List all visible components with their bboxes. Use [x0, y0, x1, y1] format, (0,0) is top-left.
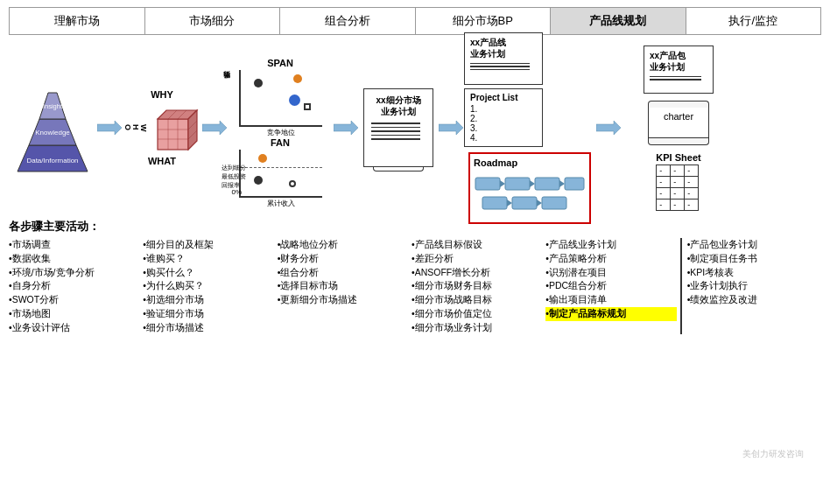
svg-rect-7 — [158, 119, 188, 150]
activity-item: •战略地位分析 — [278, 238, 408, 252]
activity-item: •产品包业务计划 — [687, 238, 818, 252]
activity-item: •购买什么？ — [143, 266, 273, 280]
activity-item: •制定项目任务书 — [687, 252, 818, 266]
activity-item: •初选细分市场 — [143, 293, 273, 307]
activity-col-5: •产品线业务计划 •产品策略分析 •识别潜在项目 •PDC组合分析 •输出项目清… — [545, 238, 679, 334]
svg-rect-23 — [505, 178, 530, 190]
activity-item: •细分市场价值定位 — [411, 307, 542, 321]
what-label: WHAT — [148, 156, 176, 166]
activity-item: •SWOT分析 — [9, 293, 139, 307]
roadmap-title: Roadmap — [474, 158, 586, 168]
product-line-plan-doc: xx产品线业务计划 — [470, 37, 537, 60]
svg-rect-28 — [482, 197, 507, 209]
activity-item: •市场地图 — [9, 307, 139, 321]
activity-item: •PDC组合分析 — [545, 279, 676, 293]
activity-col-6: •产品包业务计划 •制定项目任务书 •KPI考核表 •业务计划执行 •绩效监控及… — [680, 238, 821, 334]
charter-doc: charter — [648, 101, 709, 145]
activity-item: •市场调查 — [9, 238, 139, 252]
top-nav: 理解市场 市场细分 组合分析 细分市场BP 产品线规划 执行/监控 — [9, 7, 821, 35]
svg-text:Knowledge: Knowledge — [35, 129, 70, 136]
activity-item: •财务分析 — [278, 252, 408, 266]
activity-item: •组合分析 — [278, 266, 408, 280]
activity-item: •细分市场战略目标 — [411, 293, 542, 307]
activity-col-2: •细分目的及框架 •谁购买？ •购买什么？ •为什么购买？ •初选细分市场 •验… — [143, 238, 277, 334]
activities-section: 各步骤主要活动： •市场调查 •数据收集 •环境/市场/竞争分析 •自身分析 •… — [9, 219, 821, 334]
activity-col-1: •市场调查 •数据收集 •环境/市场/竞争分析 •自身分析 •SWOT分析 •市… — [9, 238, 143, 334]
activity-item: •ANSOFF增长分析 — [411, 266, 542, 280]
svg-rect-27 — [565, 178, 584, 190]
cube-svg — [149, 102, 201, 154]
arrow-4 — [438, 120, 464, 136]
charter-label: charter — [648, 108, 709, 138]
exec-col: xx产品包业务计划 charter KPI Sheet - - — [622, 40, 735, 215]
nav-item-segment-bp[interactable]: 细分市场BP — [416, 8, 552, 34]
diagram-area: Data/Information Knowledge Insight WHY W… — [9, 40, 821, 215]
project-list-title: Project List — [470, 93, 537, 102]
activity-item: •细分市场财务目标 — [411, 279, 542, 293]
activities-title: 各步骤主要活动： — [9, 219, 821, 234]
svg-text:Data/Information: Data/Information — [26, 157, 78, 164]
activity-item: •输出项目清单 — [545, 293, 676, 307]
activity-item: •差距分析 — [411, 252, 542, 266]
svg-marker-24 — [530, 180, 535, 187]
activity-item: •环境/市场/竞争分析 — [9, 266, 139, 280]
svg-rect-21 — [475, 178, 500, 190]
svg-marker-31 — [537, 200, 542, 206]
svg-rect-30 — [512, 197, 537, 209]
roadmap-box: Roadmap — [468, 152, 591, 224]
nav-item-execute[interactable]: 执行/监控 — [686, 8, 821, 34]
cube-col: WHY WHO — [123, 40, 201, 215]
why-label: WHY — [151, 89, 173, 100]
watermark: 美创力研发咨询 — [742, 448, 804, 460]
activity-item: •数据收集 — [9, 252, 139, 266]
svg-text:Insight: Insight — [43, 102, 63, 110]
svg-marker-19 — [334, 121, 358, 135]
activity-item: •细分目的及框架 — [143, 238, 273, 252]
span-label: SPAN — [239, 58, 322, 68]
activity-item: •绩效监控及改进 — [687, 293, 818, 307]
activity-item: •验证细分市场 — [143, 307, 273, 321]
arrow-1 — [96, 120, 123, 136]
svg-rect-25 — [535, 178, 559, 190]
kpi-sheet: KPI Sheet - - - - - - - - - — [656, 152, 700, 211]
svg-marker-22 — [500, 180, 505, 187]
activity-item: •业务设计评估 — [9, 321, 139, 335]
main-container: 理解市场 市场细分 组合分析 细分市场BP 产品线规划 执行/监控 Data/I… — [0, 7, 830, 334]
svg-marker-20 — [439, 121, 463, 135]
activity-col-4: •产品线目标假设 •差距分析 •ANSOFF增长分析 •细分市场财务目标 •细分… — [411, 238, 545, 334]
activity-item: •细分市场业务计划 — [411, 321, 542, 335]
threshold-label: 达到细分最低投资回报率 — [222, 164, 246, 190]
svg-marker-29 — [507, 200, 512, 206]
nav-item-understand-market[interactable]: 理解市场 — [10, 8, 145, 34]
arrow-2 — [201, 120, 228, 136]
activity-item: •选择目标市场 — [278, 279, 408, 293]
activity-item: •制定产品路标规划 — [545, 307, 676, 321]
product-pkg-plan-doc: xx产品包业务计划 — [650, 50, 707, 73]
svg-marker-18 — [202, 121, 227, 135]
activity-item: •识别潜在项目 — [545, 266, 676, 280]
product-plan-col: xx产品线业务计划 Project List 1. 2. 3. 4. — [464, 40, 595, 215]
segment-bp-doc: xx细分市场业务计划 — [371, 94, 426, 117]
chart-col: 市场吸引力 SPAN 竞争地位 FAN — [228, 40, 333, 215]
fan-label: FAN — [239, 137, 322, 148]
svg-marker-26 — [559, 180, 565, 187]
activity-item: •自身分析 — [9, 279, 139, 293]
arrow-5 — [595, 120, 622, 136]
activity-item: •细分市场描述 — [143, 321, 273, 335]
activity-item: •产品线业务计划 — [545, 238, 676, 252]
activity-item: •业务计划执行 — [687, 279, 818, 293]
activity-item: •KPI考核表 — [687, 266, 818, 280]
activities-grid: •市场调查 •数据收集 •环境/市场/竞争分析 •自身分析 •SWOT分析 •市… — [9, 238, 821, 334]
segment-bp-col: xx细分市场业务计划 — [359, 40, 438, 215]
svg-marker-33 — [596, 121, 621, 135]
roadmap-svg — [474, 171, 586, 216]
pyramid-svg: Data/Information Knowledge Insight — [13, 75, 92, 180]
activity-col-3: •战略地位分析 •财务分析 •组合分析 •选择目标市场 •更新细分市场描述 — [278, 238, 411, 334]
nav-item-product-plan[interactable]: 产品线规划 — [551, 8, 686, 34]
activity-item: •谁购买？ — [143, 252, 273, 266]
nav-item-market-segment[interactable]: 市场细分 — [145, 8, 281, 34]
nav-item-combo-analysis[interactable]: 组合分析 — [280, 8, 416, 34]
who-label: WHO — [123, 124, 147, 132]
pyramid-col: Data/Information Knowledge Insight — [9, 40, 96, 215]
activity-item: •为什么购买？ — [143, 279, 273, 293]
